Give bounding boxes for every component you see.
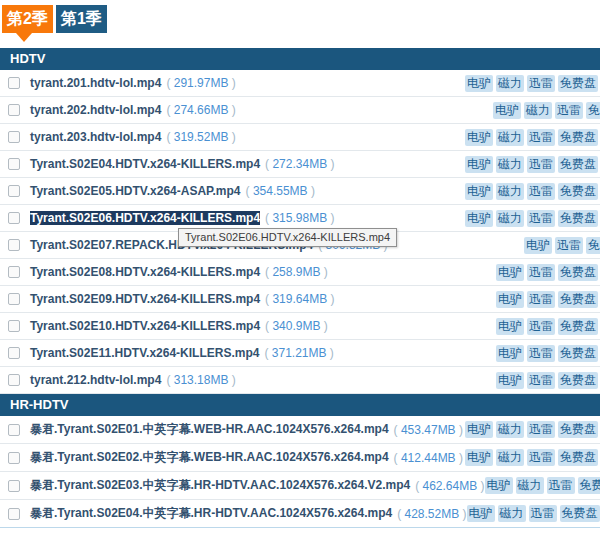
file-name-link[interactable]: 暴君.Tyrant.S02E03.中英字幕.HR-HDTV.AAC.1024X5… [30,477,410,494]
file-name-link[interactable]: 暴君.Tyrant.S02E02.中英字幕.WEB-HR.AAC.1024X57… [30,449,389,466]
freedisk-link[interactable]: 免费盘 [558,318,598,335]
edonkey-link[interactable]: 电驴 [485,477,513,494]
xunlei-link[interactable]: 迅雷 [527,156,555,173]
file-name-link[interactable]: tyrant.203.hdtv-lol.mp4 [30,130,161,144]
edonkey-link[interactable]: 电驴 [465,183,493,200]
freedisk-link[interactable]: 免费盘 [558,345,598,362]
file-name-link[interactable]: Tyrant.S02E05.HDTV.x264-ASAP.mp4 [30,184,241,198]
file-size: ( 453.47MB ) [394,423,463,437]
xunlei-link[interactable]: 迅雷 [527,75,555,92]
file-name-link[interactable]: 暴君.Tyrant.S02E04.中英字幕.HR-HDTV.AAC.1024X5… [30,505,392,522]
edonkey-link[interactable]: 电驴 [467,505,495,522]
tab-season-1[interactable]: 第1季 [56,5,107,33]
file-size: ( 319.64MB ) [265,292,334,306]
edonkey-link[interactable]: 电驴 [496,372,524,389]
edonkey-link[interactable]: 电驴 [465,421,493,438]
freedisk-link[interactable]: 免费盘 [578,477,600,494]
xunlei-link[interactable]: 迅雷 [527,318,555,335]
freedisk-link[interactable]: 免费盘 [558,156,598,173]
freedisk-link[interactable]: 免费盘 [558,75,598,92]
edonkey-link[interactable]: 电驴 [496,318,524,335]
xunlei-link[interactable]: 迅雷 [527,210,555,227]
freedisk-link[interactable]: 免费盘 [558,291,598,308]
freedisk-link[interactable]: 免费盘 [558,129,598,146]
edonkey-link[interactable]: 电驴 [524,237,552,254]
freedisk-link[interactable]: 免费盘 [560,505,600,522]
file-name-link[interactable]: Tyrant.S02E06.HDTV.x264-KILLERS.mp4 [30,211,260,225]
file-checkbox[interactable] [8,104,20,116]
xunlei-link[interactable]: 迅雷 [547,477,575,494]
xunlei-link[interactable]: 迅雷 [555,102,583,119]
magnet-link[interactable]: 磁力 [524,102,552,119]
file-checkbox[interactable] [8,293,20,305]
magnet-link[interactable]: 磁力 [496,449,524,466]
file-checkbox[interactable] [8,185,20,197]
file-name-link[interactable]: tyrant.212.hdtv-lol.mp4 [30,373,161,387]
freedisk-link[interactable]: 免费盘 [558,264,598,281]
magnet-link[interactable]: 磁力 [496,129,524,146]
edonkey-link[interactable]: 电驴 [465,210,493,227]
download-links: 电驴迅雷免费盘 [496,345,598,362]
file-checkbox[interactable] [8,424,20,436]
file-checkbox[interactable] [8,131,20,143]
xunlei-link[interactable]: 迅雷 [555,237,583,254]
file-name-link[interactable]: Tyrant.S02E09.HDTV.x264-KILLERS.mp4 [30,292,260,306]
file-name-link[interactable]: tyrant.202.hdtv-lol.mp4 [30,103,161,117]
file-checkbox[interactable] [8,480,20,492]
file-checkbox[interactable] [8,347,20,359]
freedisk-link[interactable]: 免费盘 [558,372,598,389]
xunlei-link[interactable]: 迅雷 [527,291,555,308]
freedisk-link[interactable]: 免费盘 [558,449,598,466]
file-row: tyrant.202.hdtv-lol.mp4( 274.66MB )电驴磁力迅… [0,97,600,124]
magnet-link[interactable]: 磁力 [496,210,524,227]
freedisk-link[interactable]: 免费盘 [586,102,600,119]
file-name-link[interactable]: Tyrant.S02E11.HDTV.x264-KILLERS.mp4 [30,346,259,360]
file-checkbox[interactable] [8,452,20,464]
file-checkbox[interactable] [8,508,20,520]
download-links: 电驴磁力迅雷免费盘 [465,156,598,173]
file-checkbox[interactable] [8,239,20,251]
file-size: ( 354.55MB ) [246,184,315,198]
freedisk-link[interactable]: 免费盘 [558,183,598,200]
file-name-link[interactable]: Tyrant.S02E08.HDTV.x264-KILLERS.mp4 [30,265,260,279]
edonkey-link[interactable]: 电驴 [496,264,524,281]
file-name-link[interactable]: Tyrant.S02E04.HDTV.x264-KILLERS.mp4 [30,157,260,171]
freedisk-link[interactable]: 免费盘 [558,210,598,227]
file-checkbox[interactable] [8,158,20,170]
magnet-link[interactable]: 磁力 [496,156,524,173]
magnet-link[interactable]: 磁力 [496,75,524,92]
xunlei-link[interactable]: 迅雷 [527,264,555,281]
file-checkbox[interactable] [8,212,20,224]
file-checkbox[interactable] [8,266,20,278]
magnet-link[interactable]: 磁力 [516,477,544,494]
file-name-link[interactable]: 暴君.Tyrant.S02E01.中英字幕.WEB-HR.AAC.1024X57… [30,421,389,438]
tab-season-2[interactable]: 第2季 [2,5,53,33]
xunlei-link[interactable]: 迅雷 [527,345,555,362]
magnet-link[interactable]: 磁力 [498,505,526,522]
freedisk-link[interactable]: 免费盘 [558,421,598,438]
edonkey-link[interactable]: 电驴 [465,129,493,146]
file-checkbox[interactable] [8,374,20,386]
file-row: Tyrant.S02E05.HDTV.x264-ASAP.mp4( 354.55… [0,178,600,205]
edonkey-link[interactable]: 电驴 [465,75,493,92]
file-size: ( 274.66MB ) [166,103,235,117]
xunlei-link[interactable]: 迅雷 [529,505,557,522]
edonkey-link[interactable]: 电驴 [465,156,493,173]
file-name-link[interactable]: tyrant.201.hdtv-lol.mp4 [30,76,161,90]
file-name-link[interactable]: Tyrant.S02E10.HDTV.x264-KILLERS.mp4 [30,319,260,333]
xunlei-link[interactable]: 迅雷 [527,421,555,438]
edonkey-link[interactable]: 电驴 [496,291,524,308]
xunlei-link[interactable]: 迅雷 [527,372,555,389]
file-checkbox[interactable] [8,320,20,332]
edonkey-link[interactable]: 电驴 [465,449,493,466]
xunlei-link[interactable]: 迅雷 [527,183,555,200]
freedisk-link[interactable]: 免费盘 [586,237,600,254]
magnet-link[interactable]: 磁力 [496,183,524,200]
file-checkbox[interactable] [8,77,20,89]
xunlei-link[interactable]: 迅雷 [527,129,555,146]
xunlei-link[interactable]: 迅雷 [527,449,555,466]
edonkey-link[interactable]: 电驴 [493,102,521,119]
edonkey-link[interactable]: 电驴 [496,345,524,362]
magnet-link[interactable]: 磁力 [496,421,524,438]
file-size: ( 428.52MB ) [397,507,466,521]
